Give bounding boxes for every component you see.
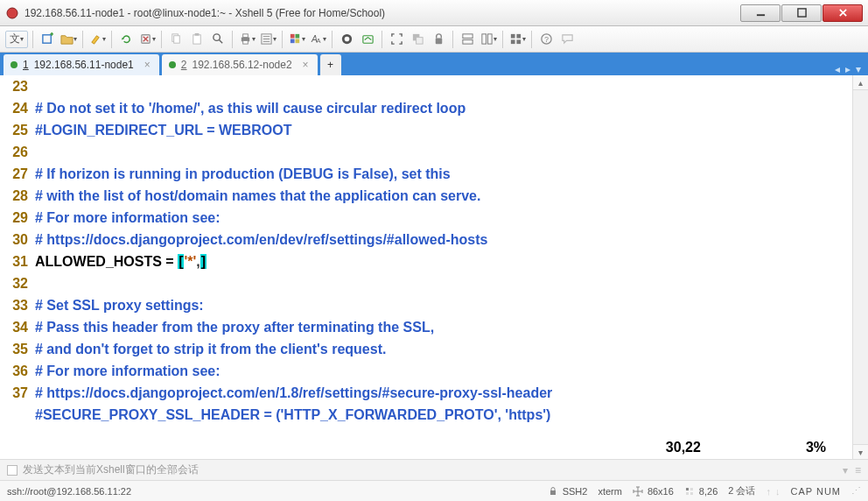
scroll-down-icon[interactable]: ▾ bbox=[853, 444, 868, 459]
svg-rect-2 bbox=[797, 9, 805, 17]
toolbar-separator bbox=[382, 31, 382, 48]
titlebar: 192.168.56.11-node1 - root@linux-node1:~… bbox=[0, 0, 868, 26]
svg-rect-25 bbox=[462, 34, 472, 39]
minimize-button[interactable] bbox=[740, 4, 780, 22]
broadcast-checkbox[interactable] bbox=[7, 465, 18, 476]
svg-rect-17 bbox=[295, 39, 299, 44]
toolbar-separator bbox=[111, 31, 112, 48]
scroll-percent: 3% bbox=[806, 436, 826, 458]
caps-indicator: CAP NUM bbox=[790, 486, 841, 497]
vertical-scrollbar[interactable]: ▴ ▾ bbox=[852, 75, 868, 459]
svg-point-9 bbox=[213, 34, 220, 41]
xftp-icon[interactable] bbox=[358, 30, 377, 49]
close-icon[interactable]: × bbox=[303, 59, 309, 71]
svg-rect-12 bbox=[242, 40, 248, 44]
status-dot-icon bbox=[10, 61, 18, 68]
svg-rect-28 bbox=[487, 34, 492, 44]
svg-rect-38 bbox=[686, 492, 689, 495]
up-arrow-icon[interactable]: ↑ bbox=[766, 486, 771, 497]
transfer-icon[interactable] bbox=[337, 30, 356, 49]
vim-status: 30,22 3% bbox=[666, 436, 826, 458]
char-view-button[interactable]: 文 ▾ bbox=[5, 31, 28, 48]
line-gutter: 232425 262728 293031 323334 353637 bbox=[0, 75, 35, 459]
toolbar-separator bbox=[531, 31, 532, 48]
toolbar-separator bbox=[452, 31, 453, 48]
chat-icon[interactable] bbox=[557, 30, 577, 49]
svg-text:?: ? bbox=[544, 35, 549, 44]
toolbar-separator bbox=[161, 31, 162, 48]
tile-vert-icon[interactable]: ▾ bbox=[479, 30, 498, 49]
svg-rect-14 bbox=[290, 34, 294, 39]
svg-rect-16 bbox=[290, 39, 294, 44]
app-icon bbox=[5, 6, 19, 20]
help-icon[interactable]: ? bbox=[536, 30, 556, 49]
toolbar-separator bbox=[332, 31, 332, 48]
open-folder-icon[interactable]: ▾ bbox=[59, 30, 78, 49]
tab-node1[interactable]: 1 192.168.56.11-node1 × bbox=[4, 54, 159, 75]
paste-icon[interactable] bbox=[187, 30, 206, 49]
svg-rect-37 bbox=[690, 488, 693, 490]
highlight-icon[interactable]: ▾ bbox=[88, 30, 107, 49]
lock-icon[interactable] bbox=[429, 30, 448, 49]
properties-icon[interactable]: ▾ bbox=[258, 30, 277, 49]
tab-label: 192.168.56.12-node2 bbox=[192, 59, 292, 71]
scroll-up-icon[interactable]: ▴ bbox=[853, 75, 868, 90]
reconnect-icon[interactable] bbox=[116, 30, 136, 49]
resize-grip-icon[interactable]: ⋰ bbox=[851, 485, 861, 497]
tabbar: 1 192.168.56.11-node1 × 2 192.168.56.12-… bbox=[0, 53, 868, 75]
session-arrows: ↑ ↓ bbox=[766, 486, 780, 497]
color-scheme-icon[interactable]: ▾ bbox=[287, 30, 306, 49]
find-icon[interactable] bbox=[208, 30, 228, 49]
toolbar-separator bbox=[232, 31, 233, 48]
svg-point-0 bbox=[7, 8, 18, 18]
svg-rect-39 bbox=[690, 492, 693, 495]
fullscreen-icon[interactable] bbox=[387, 30, 406, 49]
svg-rect-30 bbox=[516, 34, 521, 39]
dropdown-icon[interactable]: ▾ bbox=[843, 464, 848, 476]
toolbar: 文 ▾ ▾ ▾ ▾ ▾ ▾ ▾ AA▾ ▾ ▾ ? bbox=[0, 26, 868, 53]
broadcast-bar: 发送文本到当前Xshell窗口的全部会话 ▾ ≡ bbox=[0, 459, 868, 480]
tab-next-icon[interactable]: ▸ bbox=[845, 63, 850, 75]
close-button[interactable] bbox=[822, 4, 863, 22]
svg-rect-35 bbox=[550, 490, 556, 495]
cursor-position: 30,22 bbox=[666, 436, 701, 458]
tab-num: 2 bbox=[181, 59, 187, 71]
maximize-button[interactable] bbox=[781, 4, 822, 22]
close-icon[interactable]: × bbox=[144, 59, 150, 71]
tab-node2[interactable]: 2 192.168.56.12-node2 × bbox=[162, 54, 318, 75]
svg-rect-23 bbox=[416, 38, 423, 45]
tab-prev-icon[interactable]: ◂ bbox=[835, 63, 840, 75]
new-session-icon[interactable] bbox=[38, 30, 57, 49]
menu-icon[interactable]: ≡ bbox=[855, 464, 861, 476]
down-arrow-icon[interactable]: ↓ bbox=[775, 486, 780, 497]
toolbar-separator bbox=[82, 31, 83, 48]
svg-rect-29 bbox=[510, 34, 514, 39]
svg-rect-1 bbox=[756, 14, 764, 16]
code-content[interactable]: # Do not set it to '/home/', as this wil… bbox=[35, 75, 852, 459]
new-tab-button[interactable]: + bbox=[320, 54, 341, 75]
toolbar-separator bbox=[502, 31, 503, 48]
print-icon[interactable]: ▾ bbox=[237, 30, 256, 49]
tile-horiz-icon[interactable] bbox=[458, 30, 477, 49]
tile-grid-icon[interactable]: ▾ bbox=[508, 30, 527, 49]
svg-rect-27 bbox=[481, 34, 486, 44]
copy-icon[interactable] bbox=[166, 30, 186, 49]
statusbar: ssh://root@192.168.56.11:22 SSH2 xterm 8… bbox=[0, 480, 868, 501]
svg-rect-32 bbox=[516, 39, 521, 44]
svg-rect-15 bbox=[295, 34, 299, 39]
status-dot-icon bbox=[169, 61, 176, 68]
window-title: 192.168.56.11-node1 - root@linux-node1:~… bbox=[24, 7, 739, 19]
svg-rect-8 bbox=[194, 33, 199, 36]
toolbar-separator bbox=[282, 31, 283, 48]
lock-icon bbox=[548, 486, 558, 497]
svg-rect-31 bbox=[510, 39, 514, 44]
broadcast-label: 发送文本到当前Xshell窗口的全部会话 bbox=[23, 462, 199, 477]
protocol-indicator: SSH2 bbox=[548, 486, 588, 497]
transparency-icon[interactable] bbox=[408, 30, 427, 49]
toolbar-separator bbox=[32, 31, 33, 48]
svg-rect-3 bbox=[42, 35, 50, 43]
font-icon[interactable]: AA▾ bbox=[308, 30, 327, 49]
terminal-editor[interactable]: 232425 262728 293031 323334 353637 # Do … bbox=[0, 75, 868, 459]
size-icon bbox=[633, 486, 643, 497]
disconnect-icon[interactable]: ▾ bbox=[137, 30, 157, 49]
